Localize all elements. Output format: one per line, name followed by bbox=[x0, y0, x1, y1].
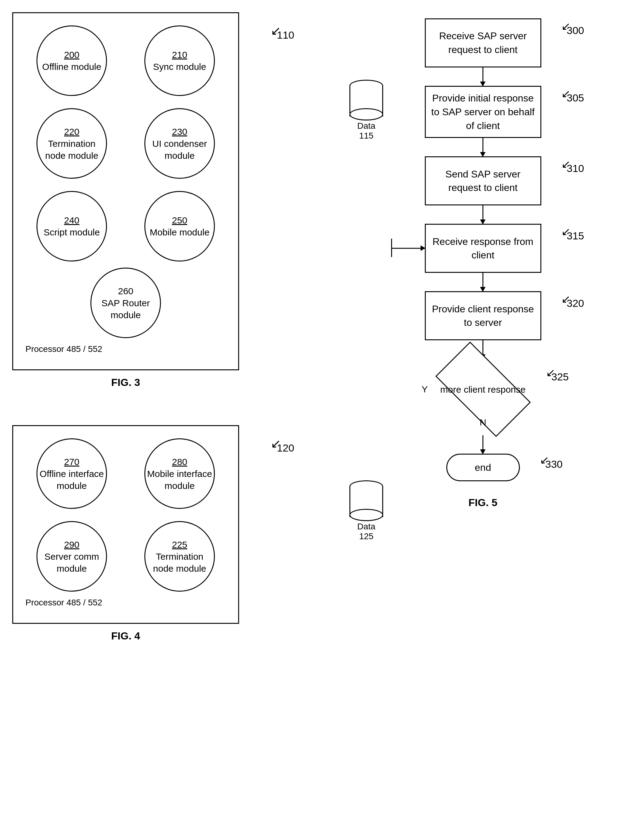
diamond-text-325: more client response bbox=[440, 383, 526, 395]
flow-step-320-container: Provide client response to server ↙ 320 bbox=[425, 291, 541, 340]
fig3-modules-grid: 200 Offline module 210 Sync module 220 T… bbox=[23, 26, 229, 262]
module-290: 290 Server comm module bbox=[36, 521, 107, 591]
flow-ref-300: ↙ 300 bbox=[567, 24, 584, 36]
flow-ref-310: ↙ 310 bbox=[567, 162, 584, 174]
module-225-name: Termination node module bbox=[145, 551, 214, 575]
module-210: 210 Sync module bbox=[144, 26, 215, 96]
module-280-num: 280 bbox=[172, 456, 187, 468]
module-220-num: 220 bbox=[64, 126, 79, 138]
fig4-processor: Processor 485 / 552 bbox=[23, 598, 229, 608]
fig4-caption: FIG. 4 bbox=[12, 630, 239, 642]
module-260-num: 260 bbox=[118, 285, 133, 297]
flow-text-315: Receive response from client bbox=[430, 235, 536, 262]
flow-end-330: end bbox=[446, 454, 520, 481]
module-270-name: Offline interface module bbox=[37, 468, 106, 492]
flow-ref-330: ↙ 330 bbox=[545, 458, 563, 470]
fig4-ref-label: ↙ 120 bbox=[277, 442, 294, 454]
module-230: 230 UI condenser module bbox=[144, 108, 215, 179]
flow-step-305-container: Provide initial response to SAP server o… bbox=[425, 86, 541, 138]
module-230-name: UI condenser module bbox=[145, 138, 214, 162]
flow-step-315-container: Receive response from client ↙ 315 bbox=[425, 224, 541, 273]
flow-step-330-container: end ↙ 330 bbox=[446, 454, 520, 481]
flow-box-310: Send SAP server request to client bbox=[425, 156, 541, 205]
module-220: 220 Termination node module bbox=[36, 108, 107, 179]
module-250-name: Mobile module bbox=[149, 226, 209, 238]
module-290-name: Server comm module bbox=[37, 551, 106, 575]
module-210-name: Sync module bbox=[153, 61, 206, 73]
flow-text-300: Receive SAP server request to client bbox=[430, 29, 536, 57]
flow-text-310: Send SAP server request to client bbox=[430, 167, 536, 195]
fig5-caption: FIG. 5 bbox=[468, 497, 497, 508]
module-250: 250 Mobile module bbox=[144, 191, 215, 262]
flow-text-330: end bbox=[475, 462, 491, 473]
fig3-section: ↙ 110 200 Offline module 210 Sync module bbox=[12, 12, 334, 388]
module-200-name: Offline module bbox=[42, 61, 101, 73]
fig4-box: 270 Offline interface module 280 Mobile … bbox=[12, 425, 239, 624]
y-label: Y bbox=[422, 384, 428, 395]
flow-arrow-6 bbox=[482, 435, 483, 454]
fig3-caption: FIG. 3 bbox=[12, 377, 239, 388]
module-240-num: 240 bbox=[64, 214, 79, 226]
fig5-section: Receive SAP server request to client ↙ 3… bbox=[334, 12, 632, 642]
flow-arrow-4 bbox=[482, 273, 483, 291]
loop-arrow bbox=[391, 248, 425, 249]
module-270: 270 Offline interface module bbox=[36, 439, 107, 509]
fig4-modules-grid: 270 Offline interface module 280 Mobile … bbox=[23, 439, 229, 591]
module-290-num: 290 bbox=[64, 539, 79, 551]
module-260-name: SAP Router module bbox=[91, 297, 160, 321]
flow-box-315: Receive response from client bbox=[425, 224, 541, 273]
flow-arrow-1 bbox=[482, 67, 483, 86]
module-240-name: Script module bbox=[44, 226, 100, 238]
flow-box-320: Provide client response to server bbox=[425, 291, 541, 340]
flow-step-310-container: Send SAP server request to client ↙ 310 bbox=[425, 156, 541, 205]
flowchart: Receive SAP server request to client ↙ 3… bbox=[391, 18, 575, 481]
flow-box-305: Provide initial response to SAP server o… bbox=[425, 86, 541, 138]
flow-text-305: Provide initial response to SAP server o… bbox=[430, 91, 536, 132]
flow-ref-325: ↙ 325 bbox=[552, 371, 569, 383]
flow-step-300-container: Receive SAP server request to client ↙ 3… bbox=[425, 18, 541, 67]
module-225-num: 225 bbox=[172, 539, 187, 551]
fig3-ref-label: ↙ 110 bbox=[277, 29, 294, 41]
module-240: 240 Script module bbox=[36, 191, 107, 262]
module-280: 280 Mobile interface module bbox=[144, 439, 215, 509]
flow-ref-320: ↙ 320 bbox=[567, 297, 584, 309]
module-200: 200 Offline module bbox=[36, 26, 107, 96]
module-220-name: Termination node module bbox=[37, 138, 106, 162]
flow-text-320: Provide client response to server bbox=[430, 302, 536, 330]
module-260: 260 SAP Router module bbox=[91, 268, 161, 338]
module-210-num: 210 bbox=[172, 49, 187, 61]
flow-text-325: more client response bbox=[440, 384, 526, 395]
module-225: 225 Termination node module bbox=[144, 521, 215, 591]
flow-arrow-3 bbox=[482, 205, 483, 224]
fig4-section: ↙ 120 270 Offline interface module 280 M… bbox=[12, 425, 334, 642]
flow-box-300: Receive SAP server request to client bbox=[425, 18, 541, 67]
module-280-name: Mobile interface module bbox=[145, 468, 214, 492]
module-230-num: 230 bbox=[172, 126, 187, 138]
flow-ref-315: ↙ 315 bbox=[567, 230, 584, 242]
fig3-box: 200 Offline module 210 Sync module 220 T… bbox=[12, 12, 239, 370]
flow-arrow-2 bbox=[482, 138, 483, 156]
n-label: N bbox=[480, 417, 487, 427]
fig3-processor: Processor 485 / 552 bbox=[23, 344, 229, 354]
module-200-num: 200 bbox=[64, 49, 79, 61]
module-250-num: 250 bbox=[172, 214, 187, 226]
module-270-num: 270 bbox=[64, 456, 79, 468]
flow-ref-305: ↙ 305 bbox=[567, 92, 584, 104]
fig3-single-row: 260 SAP Router module bbox=[23, 268, 229, 338]
flow-step-325-container: more client response ↙ 325 Y N bbox=[440, 365, 526, 414]
flow-diamond-325: more client response bbox=[440, 365, 526, 414]
